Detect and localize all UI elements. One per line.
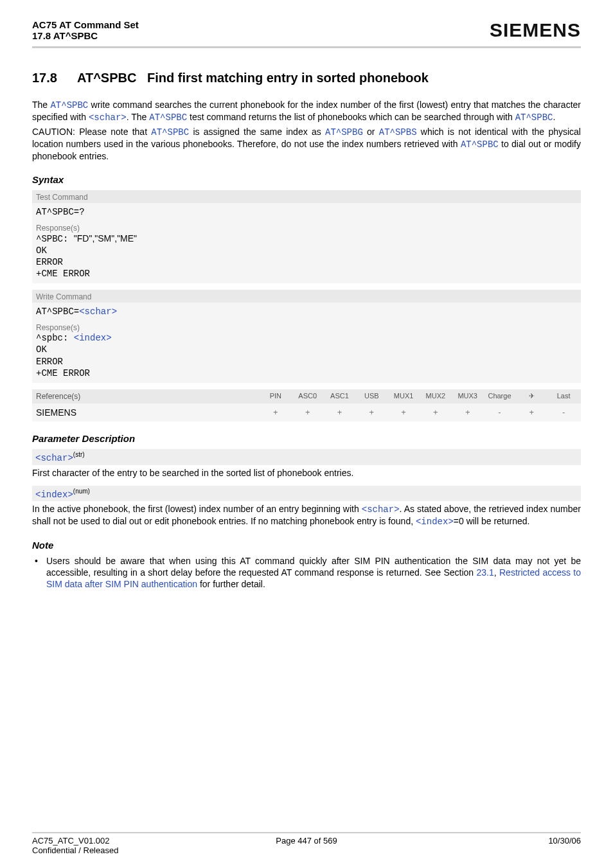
param-index-type: (num) xyxy=(73,488,90,495)
text: is assigned the same index as xyxy=(189,127,325,137)
param-schar-header: <schar>(str) xyxy=(32,449,581,465)
write-command-label: Write Command xyxy=(32,290,581,303)
link-schar[interactable]: <schar> xyxy=(89,112,127,123)
test-command-label: Test Command xyxy=(32,190,581,203)
link-index[interactable]: <index> xyxy=(74,333,112,343)
link-schar[interactable]: <schar> xyxy=(362,504,400,515)
text: +CME ERROR xyxy=(36,368,577,379)
airplane-icon: ✈ xyxy=(515,392,547,401)
text: ^spbc: xyxy=(36,333,74,343)
text: OK xyxy=(36,245,577,256)
parameter-description-heading: Parameter Description xyxy=(32,433,581,444)
page-footer: AC75_ATC_V01.002 Confidential / Released… xyxy=(32,832,581,855)
link-section-23-1[interactable]: 23.1 xyxy=(476,567,493,578)
reference-col-headers: PIN ASC0 ASC1 USB MUX1 MUX2 MUX3 Charge … xyxy=(258,389,581,403)
response-label: Response(s) xyxy=(32,321,581,332)
intro-p2: CAUTION: Please note that AT^SPBC is ass… xyxy=(32,127,581,163)
text: , xyxy=(494,567,499,578)
note-heading: Note xyxy=(32,540,581,551)
col-mux1: MUX1 xyxy=(387,392,420,401)
reference-col-values: + + + + + + + - + - xyxy=(258,403,581,421)
test-command: AT^SPBC=? xyxy=(32,203,581,221)
val: + xyxy=(355,407,387,418)
val: + xyxy=(260,407,292,418)
param-index-desc: In the active phonebook, the first (lowe… xyxy=(32,504,581,528)
val: - xyxy=(484,407,516,418)
text: =0 will be returned. xyxy=(454,516,530,526)
note-list: Users should be aware that when using th… xyxy=(32,556,581,590)
link-atspbc[interactable]: AT^SPBC xyxy=(151,127,189,137)
col-charge: Charge xyxy=(484,392,516,401)
col-mux3: MUX3 xyxy=(452,392,484,401)
note-item: Users should be aware that when using th… xyxy=(32,556,581,590)
param-schar-type: (str) xyxy=(73,451,85,458)
param-schar-name[interactable]: <schar> xyxy=(35,453,73,463)
param-schar-desc: First character of the entry to be searc… xyxy=(32,468,581,479)
siemens-logo: SIEMENS xyxy=(490,19,581,41)
text: In the active phonebook, the first (lowe… xyxy=(32,504,362,514)
text: for further detail. xyxy=(197,579,265,589)
text: AT^SPBC= xyxy=(36,306,79,317)
text: The xyxy=(32,100,50,110)
text: CAUTION: Please note that xyxy=(32,127,151,137)
doc-subtitle: 17.8 AT^SPBC xyxy=(32,30,139,41)
footer-version: AC75_ATC_V01.002 xyxy=(32,836,118,846)
link-atspbg[interactable]: AT^SPBG xyxy=(325,127,363,137)
col-asc0: ASC0 xyxy=(292,392,324,401)
response-label: Response(s) xyxy=(32,221,581,233)
syntax-block: Test Command AT^SPBC=? Response(s) ^SPBC… xyxy=(32,190,581,422)
doc-title: AC75 AT Command Set xyxy=(32,19,139,30)
footer-left: AC75_ATC_V01.002 Confidential / Released xyxy=(32,836,118,855)
link-schar[interactable]: <schar> xyxy=(79,306,117,317)
link-atspbs[interactable]: AT^SPBS xyxy=(379,127,417,137)
text: . xyxy=(553,112,555,122)
text: +CME ERROR xyxy=(36,268,577,279)
val: + xyxy=(515,407,547,418)
section-cmd: AT^SPBC xyxy=(77,71,136,85)
col-pin: PIN xyxy=(260,392,292,401)
test-response: ^SPBC: "FD","SM","ME" OK ERROR +CME ERRO… xyxy=(32,233,581,284)
col-asc1: ASC1 xyxy=(324,392,356,401)
val: + xyxy=(387,407,420,418)
param-index-header: <index>(num) xyxy=(32,486,581,502)
text: or xyxy=(363,127,379,137)
write-command: AT^SPBC=<schar> xyxy=(32,303,581,321)
reference-header-row: Reference(s) PIN ASC0 ASC1 USB MUX1 MUX2… xyxy=(32,389,581,403)
page-header: AC75 AT Command Set 17.8 AT^SPBC SIEMENS xyxy=(32,19,581,48)
section-heading: 17.8AT^SPBC Find first matching entry in… xyxy=(32,71,581,85)
text: test command returns the list of phonebo… xyxy=(187,112,515,122)
reference-label: Reference(s) xyxy=(32,389,258,403)
syntax-heading: Syntax xyxy=(32,174,581,185)
write-response: ^spbc: <index> OK ERROR +CME ERROR xyxy=(32,332,581,383)
col-mux2: MUX2 xyxy=(420,392,452,401)
val: + xyxy=(420,407,452,418)
intro-p1: The AT^SPBC write command searches the c… xyxy=(32,100,581,124)
text: OK xyxy=(36,344,577,355)
link-atspbc[interactable]: AT^SPBC xyxy=(149,112,187,123)
text: ERROR xyxy=(36,256,577,268)
val: + xyxy=(324,407,356,418)
text: ERROR xyxy=(36,356,577,368)
text: "FD","SM","ME" xyxy=(74,233,137,244)
footer-confidential: Confidential / Released xyxy=(32,846,118,855)
col-usb: USB xyxy=(355,392,387,401)
section-title-text: Find first matching entry in sorted phon… xyxy=(147,71,429,85)
reference-value: SIEMENS xyxy=(32,403,258,421)
text: . The xyxy=(127,112,150,122)
text: ^SPBC: xyxy=(36,234,74,244)
header-left: AC75 AT Command Set 17.8 AT^SPBC xyxy=(32,19,139,41)
link-index[interactable]: <index> xyxy=(416,517,454,527)
val: + xyxy=(452,407,484,418)
section-number: 17.8 xyxy=(32,71,77,85)
link-atspbc[interactable]: AT^SPBC xyxy=(461,139,499,150)
val: - xyxy=(547,407,580,418)
param-index-name[interactable]: <index> xyxy=(35,489,73,499)
footer-date: 10/30/06 xyxy=(548,836,581,855)
footer-page-number: Page 447 of 569 xyxy=(276,836,337,846)
col-last: Last xyxy=(547,392,580,401)
link-atspbc[interactable]: AT^SPBC xyxy=(515,112,553,123)
val: + xyxy=(292,407,324,418)
reference-data-row: SIEMENS + + + + + + + - + - xyxy=(32,403,581,421)
link-atspbc[interactable]: AT^SPBC xyxy=(50,100,88,111)
